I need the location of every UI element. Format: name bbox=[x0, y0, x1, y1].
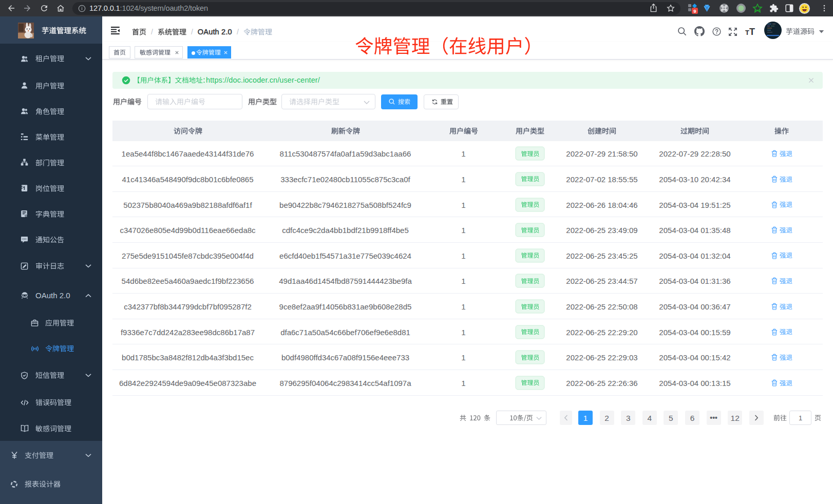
svg-text:9: 9 bbox=[693, 8, 696, 14]
